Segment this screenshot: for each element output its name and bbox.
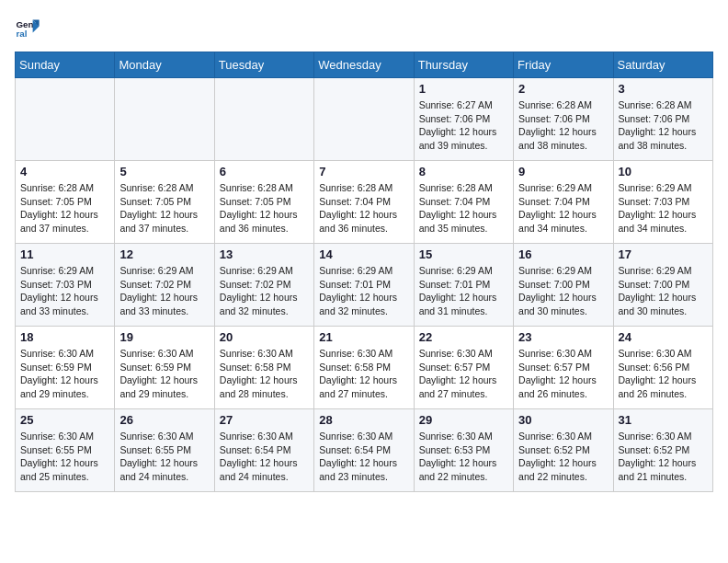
calendar-cell: 30Sunrise: 6:30 AM Sunset: 6:52 PM Dayli… (514, 409, 613, 492)
column-header-sunday: Sunday (16, 52, 115, 78)
day-info: Sunrise: 6:29 AM Sunset: 7:01 PM Dayligh… (319, 264, 408, 318)
day-number: 23 (518, 330, 608, 344)
day-info: Sunrise: 6:28 AM Sunset: 7:05 PM Dayligh… (20, 181, 109, 236)
day-info: Sunrise: 6:30 AM Sunset: 6:57 PM Dayligh… (518, 347, 608, 401)
day-info: Sunrise: 6:29 AM Sunset: 7:04 PM Dayligh… (518, 181, 608, 236)
calendar-cell: 29Sunrise: 6:30 AM Sunset: 6:53 PM Dayli… (414, 409, 513, 492)
calendar-cell: 23Sunrise: 6:30 AM Sunset: 6:57 PM Dayli… (514, 327, 613, 409)
day-info: Sunrise: 6:29 AM Sunset: 7:03 PM Dayligh… (619, 181, 708, 236)
calendar-table: SundayMondayTuesdayWednesdayThursdayFrid… (15, 52, 713, 492)
day-number: 7 (319, 165, 408, 178)
calendar-cell: 13Sunrise: 6:29 AM Sunset: 7:02 PM Dayli… (214, 244, 313, 327)
day-info: Sunrise: 6:29 AM Sunset: 7:02 PM Dayligh… (220, 264, 309, 318)
svg-text:ral: ral (16, 29, 27, 39)
day-info: Sunrise: 6:30 AM Sunset: 6:58 PM Dayligh… (220, 347, 309, 401)
day-number: 22 (419, 330, 508, 344)
day-number: 3 (619, 82, 708, 96)
calendar-cell: 25Sunrise: 6:30 AM Sunset: 6:55 PM Dayli… (16, 409, 115, 492)
day-info: Sunrise: 6:27 AM Sunset: 7:06 PM Dayligh… (419, 98, 508, 153)
day-number: 9 (518, 165, 608, 178)
day-number: 29 (419, 413, 508, 427)
calendar-cell (115, 78, 214, 161)
day-info: Sunrise: 6:30 AM Sunset: 6:58 PM Dayligh… (319, 347, 408, 401)
calendar-cell: 6Sunrise: 6:28 AM Sunset: 7:05 PM Daylig… (214, 161, 313, 244)
day-number: 27 (220, 413, 309, 427)
day-info: Sunrise: 6:30 AM Sunset: 6:54 PM Dayligh… (220, 430, 309, 484)
day-info: Sunrise: 6:29 AM Sunset: 7:00 PM Dayligh… (619, 264, 708, 318)
calendar-cell: 2Sunrise: 6:28 AM Sunset: 7:06 PM Daylig… (514, 78, 613, 161)
calendar-cell: 20Sunrise: 6:30 AM Sunset: 6:58 PM Dayli… (214, 327, 313, 409)
day-number: 17 (619, 247, 708, 261)
calendar-cell: 21Sunrise: 6:30 AM Sunset: 6:58 PM Dayli… (314, 327, 414, 409)
day-info: Sunrise: 6:30 AM Sunset: 6:54 PM Dayligh… (319, 430, 408, 484)
day-info: Sunrise: 6:29 AM Sunset: 7:01 PM Dayligh… (419, 264, 508, 318)
day-number: 19 (119, 330, 209, 344)
day-number: 28 (319, 413, 408, 427)
calendar-cell (214, 78, 313, 161)
day-number: 12 (119, 247, 209, 261)
calendar-cell: 14Sunrise: 6:29 AM Sunset: 7:01 PM Dayli… (314, 244, 414, 327)
day-info: Sunrise: 6:30 AM Sunset: 6:55 PM Dayligh… (20, 430, 109, 484)
calendar-cell: 22Sunrise: 6:30 AM Sunset: 6:57 PM Dayli… (414, 327, 513, 409)
day-number: 5 (119, 165, 209, 178)
calendar-cell: 24Sunrise: 6:30 AM Sunset: 6:56 PM Dayli… (613, 327, 712, 409)
column-header-saturday: Saturday (613, 52, 712, 78)
column-header-thursday: Thursday (414, 52, 513, 78)
day-info: Sunrise: 6:30 AM Sunset: 6:59 PM Dayligh… (119, 347, 209, 401)
day-number: 8 (419, 165, 508, 178)
day-info: Sunrise: 6:30 AM Sunset: 6:52 PM Dayligh… (518, 430, 608, 484)
day-info: Sunrise: 6:28 AM Sunset: 7:06 PM Dayligh… (619, 98, 708, 153)
day-number: 14 (319, 247, 408, 261)
calendar-cell: 31Sunrise: 6:30 AM Sunset: 6:52 PM Dayli… (613, 409, 712, 492)
day-info: Sunrise: 6:28 AM Sunset: 7:04 PM Dayligh… (319, 181, 408, 236)
day-info: Sunrise: 6:28 AM Sunset: 7:05 PM Dayligh… (119, 181, 209, 236)
day-number: 15 (419, 247, 508, 261)
calendar-header-row: SundayMondayTuesdayWednesdayThursdayFrid… (16, 52, 713, 78)
calendar-cell: 15Sunrise: 6:29 AM Sunset: 7:01 PM Dayli… (414, 244, 513, 327)
day-info: Sunrise: 6:28 AM Sunset: 7:04 PM Dayligh… (419, 181, 508, 236)
day-info: Sunrise: 6:30 AM Sunset: 6:56 PM Dayligh… (619, 347, 708, 401)
calendar-cell: 11Sunrise: 6:29 AM Sunset: 7:03 PM Dayli… (16, 244, 115, 327)
day-number: 26 (119, 413, 209, 427)
week-row-5: 25Sunrise: 6:30 AM Sunset: 6:55 PM Dayli… (16, 409, 713, 492)
day-number: 31 (619, 413, 708, 427)
calendar-cell: 16Sunrise: 6:29 AM Sunset: 7:00 PM Dayli… (514, 244, 613, 327)
day-number: 6 (220, 165, 309, 178)
calendar-cell: 18Sunrise: 6:30 AM Sunset: 6:59 PM Dayli… (16, 327, 115, 409)
calendar-cell: 8Sunrise: 6:28 AM Sunset: 7:04 PM Daylig… (414, 161, 513, 244)
day-info: Sunrise: 6:30 AM Sunset: 6:53 PM Dayligh… (419, 430, 508, 484)
page-header: Gene ral (15, 15, 713, 40)
calendar-body: 1Sunrise: 6:27 AM Sunset: 7:06 PM Daylig… (16, 78, 713, 492)
calendar-cell: 3Sunrise: 6:28 AM Sunset: 7:06 PM Daylig… (613, 78, 712, 161)
calendar-cell: 12Sunrise: 6:29 AM Sunset: 7:02 PM Dayli… (115, 244, 214, 327)
day-number: 10 (619, 165, 708, 178)
day-info: Sunrise: 6:29 AM Sunset: 7:03 PM Dayligh… (20, 264, 109, 318)
day-info: Sunrise: 6:30 AM Sunset: 6:55 PM Dayligh… (119, 430, 209, 484)
calendar-cell (16, 78, 115, 161)
week-row-3: 11Sunrise: 6:29 AM Sunset: 7:03 PM Dayli… (16, 244, 713, 327)
calendar-cell: 5Sunrise: 6:28 AM Sunset: 7:05 PM Daylig… (115, 161, 214, 244)
week-row-4: 18Sunrise: 6:30 AM Sunset: 6:59 PM Dayli… (16, 327, 713, 409)
day-info: Sunrise: 6:28 AM Sunset: 7:06 PM Dayligh… (518, 98, 608, 153)
week-row-2: 4Sunrise: 6:28 AM Sunset: 7:05 PM Daylig… (16, 161, 713, 244)
calendar-cell: 7Sunrise: 6:28 AM Sunset: 7:04 PM Daylig… (314, 161, 414, 244)
day-number: 2 (518, 82, 608, 96)
day-info: Sunrise: 6:28 AM Sunset: 7:05 PM Dayligh… (220, 181, 309, 236)
calendar-cell: 17Sunrise: 6:29 AM Sunset: 7:00 PM Dayli… (613, 244, 712, 327)
day-number: 30 (518, 413, 608, 427)
logo: Gene ral (15, 15, 44, 40)
day-info: Sunrise: 6:29 AM Sunset: 7:00 PM Dayligh… (518, 264, 608, 318)
calendar-cell: 26Sunrise: 6:30 AM Sunset: 6:55 PM Dayli… (115, 409, 214, 492)
calendar-cell: 28Sunrise: 6:30 AM Sunset: 6:54 PM Dayli… (314, 409, 414, 492)
calendar-cell: 10Sunrise: 6:29 AM Sunset: 7:03 PM Dayli… (613, 161, 712, 244)
day-info: Sunrise: 6:30 AM Sunset: 6:52 PM Dayligh… (619, 430, 708, 484)
day-info: Sunrise: 6:29 AM Sunset: 7:02 PM Dayligh… (119, 264, 209, 318)
day-number: 1 (419, 82, 508, 96)
day-number: 13 (220, 247, 309, 261)
day-number: 16 (518, 247, 608, 261)
day-number: 20 (220, 330, 309, 344)
column-header-wednesday: Wednesday (314, 52, 414, 78)
calendar-cell: 27Sunrise: 6:30 AM Sunset: 6:54 PM Dayli… (214, 409, 313, 492)
day-number: 25 (20, 413, 109, 427)
column-header-monday: Monday (115, 52, 214, 78)
